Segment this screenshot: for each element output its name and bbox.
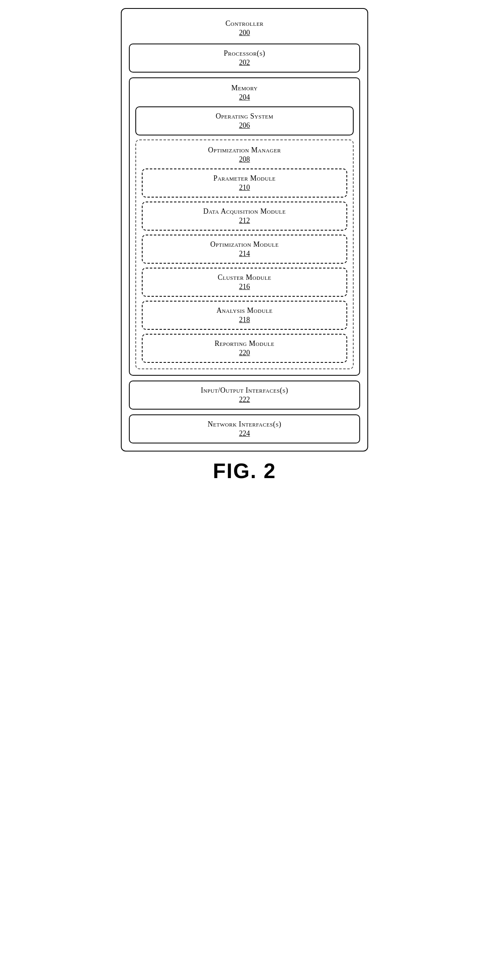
optimization-module-box: Optimization Module 214 (142, 235, 347, 264)
optimization-manager-number: 208 (142, 155, 347, 164)
reporting-module-title: Reporting Module (149, 339, 340, 348)
reporting-module-number: 220 (149, 349, 340, 357)
reporting-module-box: Reporting Module 220 (142, 334, 347, 363)
cluster-module-box: Cluster Module 216 (142, 268, 347, 297)
operating-system-title: Operating System (143, 112, 346, 121)
analysis-module-number: 218 (149, 316, 340, 324)
parameter-module-number: 210 (149, 183, 340, 192)
analysis-module-box: Analysis Module 218 (142, 301, 347, 330)
data-acquisition-module-box: Data Acquisition Module 212 (142, 202, 347, 231)
operating-system-number: 206 (143, 121, 346, 130)
controller-number: 200 (129, 29, 360, 37)
data-acquisition-module-number: 212 (149, 216, 340, 225)
parameter-module-title: Parameter Module (149, 174, 340, 183)
optimization-module-number: 214 (149, 250, 340, 258)
io-interfaces-box: Input/Output Interfaces(s) 222 (129, 381, 360, 410)
fig-label: FIG. 2 (121, 459, 368, 483)
memory-box: Memory 204 Operating System 206 Optimiza… (129, 77, 360, 376)
processors-number: 202 (136, 58, 353, 67)
optimization-manager-title: Optimization Manager (142, 146, 347, 154)
io-interfaces-title: Input/Output Interfaces(s) (136, 386, 353, 395)
processors-box: Processor(s) 202 (129, 44, 360, 73)
controller-outer-box: Controller 200 Processor(s) 202 Memory 2… (121, 8, 368, 452)
optimization-manager-box: Optimization Manager 208 Parameter Modul… (135, 139, 354, 369)
memory-title: Memory (135, 84, 354, 92)
analysis-module-title: Analysis Module (149, 306, 340, 315)
parameter-module-box: Parameter Module 210 (142, 169, 347, 198)
cluster-module-number: 216 (149, 283, 340, 291)
optimization-manager-header: Optimization Manager 208 (142, 146, 347, 164)
network-interfaces-box: Network Interfaces(s) 224 (129, 414, 360, 443)
controller-header: Controller 200 (129, 16, 360, 39)
page-container: Controller 200 Processor(s) 202 Memory 2… (121, 8, 368, 483)
optimization-module-title: Optimization Module (149, 240, 340, 249)
network-interfaces-title: Network Interfaces(s) (136, 420, 353, 429)
cluster-module-title: Cluster Module (149, 273, 340, 282)
processors-title: Processor(s) (136, 49, 353, 58)
memory-header: Memory 204 (135, 84, 354, 102)
operating-system-box: Operating System 206 (135, 106, 354, 135)
controller-title: Controller (129, 19, 360, 28)
memory-number: 204 (135, 93, 354, 102)
io-interfaces-number: 222 (136, 395, 353, 404)
network-interfaces-number: 224 (136, 429, 353, 438)
data-acquisition-module-title: Data Acquisition Module (149, 207, 340, 216)
